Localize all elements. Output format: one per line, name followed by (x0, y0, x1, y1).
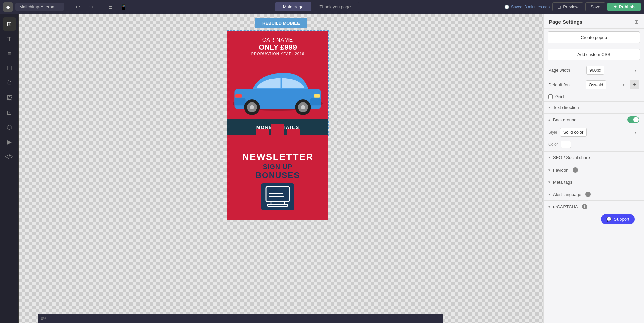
alert-language-label: Alert language (553, 192, 581, 197)
car-image (227, 59, 328, 119)
car-image-container (227, 59, 328, 119)
topbar: ◆ Mailchimp-Alternati... ↩ ↪ 🖥 📱 Main pa… (0, 0, 644, 14)
color-swatch[interactable] (561, 141, 571, 148)
style-select[interactable]: Solid color (560, 128, 587, 137)
recaptcha-info-icon: i (582, 204, 587, 209)
grid-checkbox[interactable] (548, 94, 553, 99)
car-price: ONLY £999 (231, 43, 325, 52)
sidebar-item-grid[interactable]: ⊞ (3, 17, 16, 31)
mobile-view-button[interactable]: 📱 (118, 2, 129, 12)
sidebar-item-elements[interactable]: ☐ (3, 62, 16, 75)
newsletter-icon (261, 183, 294, 210)
right-panel: Page Settings ⊞ Create popup Add custom … (543, 14, 644, 323)
create-popup-button[interactable]: Create popup (548, 31, 640, 43)
panel-expand-icon[interactable]: ⊞ (634, 19, 639, 25)
divider1 (68, 4, 68, 10)
text-direction-chevron: ▾ (548, 105, 550, 110)
sidebar-item-text[interactable]: T (3, 32, 16, 46)
project-tab[interactable]: Mailchimp-Alternati... (15, 3, 64, 11)
favicon-info-icon: i (573, 167, 578, 173)
grid-row: Grid (544, 92, 644, 101)
publish-icon: ✦ (613, 4, 617, 9)
seo-section[interactable]: ▾ SEO / Social share (544, 151, 644, 164)
svg-point-9 (301, 105, 305, 109)
undo-button[interactable]: ↩ (72, 2, 83, 12)
favicon-section[interactable]: ▾ Favicon i (544, 164, 644, 176)
background-chevron: ▴ (548, 118, 550, 122)
panel-header: Page Settings ⊞ (544, 14, 644, 29)
svg-rect-14 (268, 204, 288, 206)
font-select[interactable]: Oswald (586, 80, 606, 89)
meta-tags-label: Meta tags (553, 180, 572, 185)
newsletter-title: NEWSLETTER (234, 152, 321, 163)
svg-rect-11 (235, 94, 242, 98)
sidebar-item-connect[interactable]: ⬡ (3, 121, 16, 134)
svg-rect-12 (266, 187, 289, 202)
seo-chevron: ▾ (548, 155, 550, 160)
page-tabs: Main page Thank you page (275, 2, 359, 11)
sidebar-item-sections[interactable]: ≡ (3, 47, 16, 60)
page-width-select[interactable]: 960px (586, 66, 604, 75)
divider2 (101, 4, 101, 10)
svg-rect-10 (314, 94, 320, 98)
favicon-chevron: ▾ (548, 168, 550, 172)
decorations (227, 124, 328, 139)
alert-language-info-icon: i (585, 192, 591, 197)
default-font-row: Default font Oswald + (544, 77, 644, 92)
bottom-bar: 0% (38, 314, 443, 323)
panel-title: Page Settings (549, 19, 582, 25)
style-label: Style (548, 130, 557, 135)
support-label: Support (614, 217, 629, 222)
text-direction-section[interactable]: ▾ Text direction (544, 101, 644, 113)
desktop-view-button[interactable]: 🖥 (105, 2, 116, 12)
background-toggle[interactable] (627, 116, 639, 123)
alert-language-chevron: ▾ (548, 192, 550, 197)
sidebar-item-image[interactable]: 🖼 (3, 91, 16, 105)
meta-tags-section[interactable]: ▾ Meta tags (544, 176, 644, 188)
tab-main-page[interactable]: Main page (275, 2, 312, 11)
page-content: CAR NAME ONLY £999 PRODUCTION YEAR: 2016 (227, 14, 328, 220)
grid-label: Grid (555, 94, 564, 99)
redo-icon: ↪ (89, 4, 94, 10)
style-select-wrapper: Solid color (560, 128, 639, 137)
sidebar-item-code[interactable]: </> (3, 150, 16, 164)
support-icon: 💬 (606, 217, 612, 222)
topbar-actions: ◻ Preview Save ✦ Publish (552, 2, 641, 11)
sidebar-item-video[interactable]: ▶ (3, 135, 16, 149)
rebuild-mobile-button[interactable]: REBUILD MOBILE (255, 18, 307, 28)
save-button[interactable]: Save (585, 2, 605, 11)
background-label: Background (553, 117, 576, 122)
text-direction-label: Text direction (553, 105, 579, 110)
redo-button[interactable]: ↪ (86, 2, 97, 12)
svg-rect-3 (234, 98, 245, 105)
canvas-area: REBUILD MOBILE CAR NAME ONLY £999 PRODUC… (19, 14, 543, 323)
sidebar-item-timer[interactable]: ⏱ (3, 76, 16, 90)
support-button[interactable]: 💬 Support (601, 214, 635, 224)
saved-status[interactable]: 🕐 Saved: 3 minutes ago (504, 5, 550, 9)
add-css-button[interactable]: Add custom CSS (548, 49, 640, 60)
car-section: CAR NAME ONLY £999 PRODUCTION YEAR: 2016 (227, 31, 328, 135)
zoom-level: 0% (41, 317, 46, 321)
add-font-button[interactable]: + (630, 80, 639, 89)
deco-left (256, 129, 269, 139)
tab-thankyou-page[interactable]: Thank you page (311, 2, 359, 11)
clock-icon: 🕐 (504, 5, 509, 9)
preview-button[interactable]: ◻ Preview (552, 2, 583, 11)
svg-point-6 (250, 105, 254, 109)
deco-center (271, 124, 284, 139)
newsletter-bonus: BONUSES (234, 171, 321, 180)
sidebar-item-crop[interactable]: ⊡ (3, 106, 16, 119)
favicon-label: Favicon (553, 168, 569, 173)
font-select-wrapper: Oswald (586, 80, 627, 89)
newsletter-content: NEWSLETTER SIGN UP BONUSES (227, 145, 328, 220)
car-name: CAR NAME (231, 37, 325, 43)
main-layout: ⊞ T ≡ ☐ ⏱ 🖼 ⊡ ⬡ ▶ </> REBUILD MOBILE CAR… (0, 14, 644, 323)
car-year: PRODUCTION YEAR: 2016 (231, 52, 325, 56)
seo-label: SEO / Social share (553, 155, 590, 160)
page-width-select-wrapper: 960px (586, 66, 639, 75)
recaptcha-section[interactable]: ▾ reCAPTCHA i (544, 200, 644, 213)
background-header[interactable]: ▴ Background (544, 113, 644, 126)
publish-button[interactable]: ✦ Publish (607, 3, 641, 11)
page-width-row: Page width 960px (544, 63, 644, 77)
alert-language-section[interactable]: ▾ Alert language i (544, 188, 644, 200)
